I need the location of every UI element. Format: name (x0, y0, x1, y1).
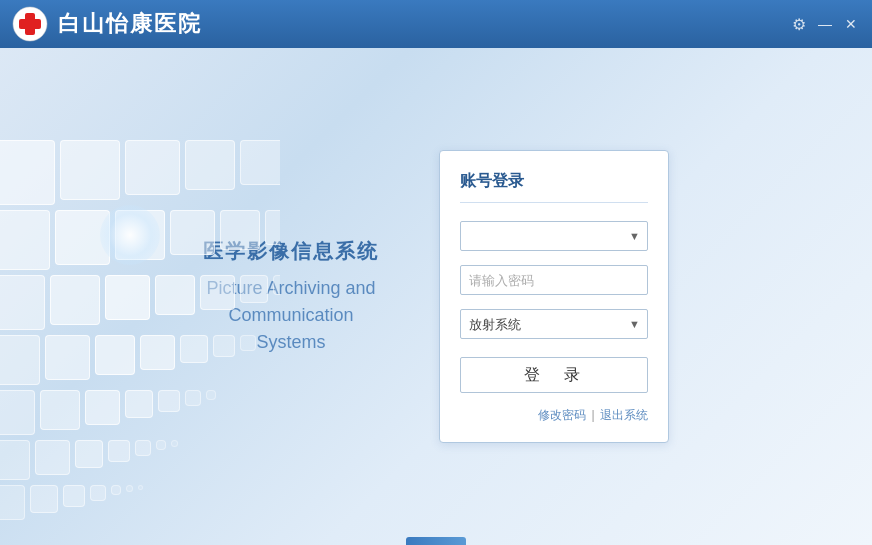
decorative-tile (125, 140, 180, 195)
decorative-tile (185, 390, 201, 406)
decorative-tile (0, 485, 25, 520)
decorative-tile (273, 275, 280, 295)
decorative-tile (0, 140, 55, 205)
decorative-tile (75, 440, 103, 468)
decorative-tile (200, 275, 235, 310)
change-password-link[interactable]: 修改密码 (538, 408, 586, 422)
titlebar: 白山怡康医院 ⚙ — ✕ (0, 0, 872, 48)
decorative-tile (85, 390, 120, 425)
decorative-tile (45, 335, 90, 380)
login-links: 修改密码 | 退出系统 (460, 407, 648, 424)
window-controls: ⚙ — ✕ (790, 15, 860, 33)
decorative-tile (0, 335, 40, 385)
decorative-tile (138, 485, 143, 490)
decorative-tile (40, 390, 80, 430)
exit-system-link[interactable]: 退出系统 (600, 408, 648, 422)
decorative-tile (135, 440, 151, 456)
decorative-tiles (0, 125, 280, 545)
password-input[interactable] (460, 265, 648, 295)
hospital-logo (12, 6, 48, 42)
decorative-tile (90, 485, 106, 501)
minimize-button[interactable]: — (816, 15, 834, 33)
decorative-tile (140, 335, 175, 370)
decorative-tile (60, 140, 120, 200)
main-area: 医学影像信息系统 Picture Archiving and Communica… (0, 48, 872, 545)
username-field: ▼ (460, 221, 648, 251)
decorative-tile (240, 335, 256, 351)
password-field (460, 265, 648, 295)
svg-rect-2 (19, 19, 41, 29)
decorative-tile (0, 275, 45, 330)
decorative-tile (35, 440, 70, 475)
decorative-tile (50, 275, 100, 325)
settings-button[interactable]: ⚙ (790, 15, 808, 33)
decorative-tile (265, 210, 280, 245)
system-field: 放射系统 ▼ (460, 309, 648, 339)
username-dropdown[interactable] (460, 221, 648, 251)
hospital-name: 白山怡康医院 (58, 9, 202, 39)
decorative-tile (0, 440, 30, 480)
decorative-tile (240, 275, 268, 303)
login-panel-title: 账号登录 (460, 171, 648, 203)
link-separator: | (592, 408, 595, 422)
decorative-tile (111, 485, 121, 495)
decorative-tile (105, 275, 150, 320)
decorative-tile (125, 390, 153, 418)
decorative-tile (63, 485, 85, 507)
decorative-tile (108, 440, 130, 462)
system-dropdown[interactable]: 放射系统 (460, 309, 648, 339)
decorative-tile (95, 335, 135, 375)
decorative-tile (30, 485, 58, 513)
decorative-tile (206, 390, 216, 400)
decorative-tile (155, 275, 195, 315)
decorative-tile (115, 210, 165, 260)
decorative-tile (0, 390, 35, 435)
decorative-tile (220, 210, 260, 250)
decorative-tile (158, 390, 180, 412)
decorative-tile (156, 440, 166, 450)
decorative-tile (126, 485, 133, 492)
decorative-tile (180, 335, 208, 363)
decorative-tile (213, 335, 235, 357)
decorative-tile (170, 210, 215, 255)
decorative-tile (240, 140, 280, 185)
login-button[interactable]: 登 录 (460, 357, 648, 393)
decorative-tile (185, 140, 235, 190)
decorative-tile (0, 210, 50, 270)
login-panel: 账号登录 ▼ 放射系统 ▼ 登 录 (439, 150, 669, 443)
bottom-accent (406, 537, 466, 545)
decorative-tile (55, 210, 110, 265)
close-button[interactable]: ✕ (842, 15, 860, 33)
decorative-tile (171, 440, 178, 447)
